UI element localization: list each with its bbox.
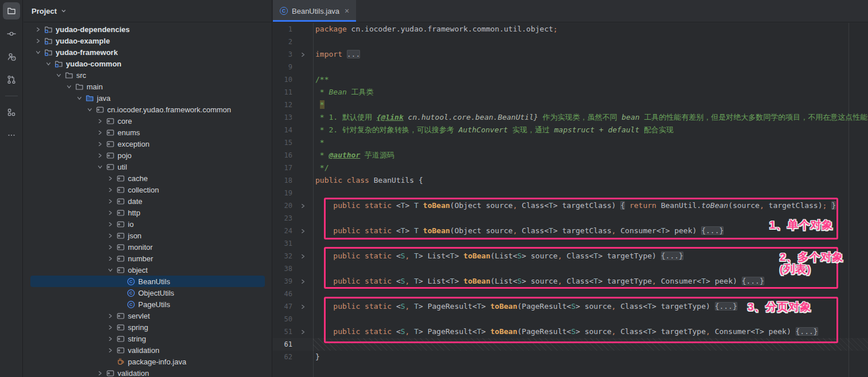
chevron-down-icon[interactable] [61,8,67,14]
tree-chevron-icon[interactable] [43,61,53,66]
tree-item-yudao-example[interactable]: yudao-example [24,35,272,46]
tree-item-yudao-framework[interactable]: yudao-framework [24,46,272,58]
code-line-51[interactable]: 51 public static <S, T> PageResult<T> to… [273,325,868,338]
tree-chevron-icon[interactable] [105,176,115,181]
fold-toggle-icon[interactable] [292,225,313,237]
fold-toggle-icon[interactable] [292,250,313,262]
tree-chevron-icon[interactable] [95,164,105,170]
tree-chevron-icon[interactable] [95,130,105,135]
code-with-me-icon[interactable]: ? [3,48,20,65]
tree-chevron-icon[interactable] [105,233,115,238]
structure-tool-icon[interactable] [3,104,20,121]
tree-chevron-icon[interactable] [105,256,115,261]
tab-close-icon[interactable]: × [343,7,349,15]
tree-item-http[interactable]: http [24,207,272,218]
code-line-50[interactable]: 50 [273,313,868,325]
code-line-3[interactable]: 3import ... [273,48,868,61]
tree-chevron-icon[interactable] [105,268,115,273]
tree-item-date[interactable]: date [24,195,272,207]
fold-toggle-icon[interactable] [292,48,313,61]
tree-chevron-icon[interactable] [95,119,105,124]
tree-item-exception[interactable]: exception [24,138,272,150]
tree-item-pageutils[interactable]: CPageUtils [24,299,272,310]
tree-item-cache[interactable]: cache [24,172,272,184]
tree-item-objectutils[interactable]: CObjectUtils [24,287,272,299]
code-line-31[interactable]: 31 [273,237,868,250]
commit-tool-icon[interactable] [3,25,20,42]
tree-chevron-icon[interactable] [53,73,64,78]
tree-item-main[interactable]: main [24,81,272,92]
tree-chevron-icon[interactable] [64,84,74,89]
tree-chevron-icon[interactable] [95,371,105,376]
tree-chevron-icon[interactable] [105,199,115,204]
tree-item-package-info-java[interactable]: package-info.java [24,356,272,367]
tree-item-src[interactable]: src [24,69,272,81]
tree-item-java[interactable]: java [24,92,272,104]
tree-item-number[interactable]: number [24,253,272,264]
tree-item-collection[interactable]: collection [24,184,272,195]
tree-chevron-icon[interactable] [105,210,115,215]
tree-chevron-icon[interactable] [105,336,115,341]
tree-item-monitor[interactable]: monitor [24,241,272,253]
fold-toggle-icon[interactable] [292,199,313,212]
tree-item-pojo[interactable]: pojo [24,150,272,161]
tree-chevron-icon[interactable] [33,27,43,32]
tree-chevron-icon[interactable] [95,153,105,158]
pull-requests-icon[interactable] [3,71,20,88]
code-line-61[interactable]: 61 [273,338,868,351]
code-line-14[interactable]: 14 * 2. 针对复杂的对象转换，可以搜参考 AuthConvert 实现，通… [273,124,868,136]
code-line-62[interactable]: 62} [273,351,868,363]
tree-item-validation[interactable]: validation [24,367,272,377]
tree-chevron-icon[interactable] [105,313,115,319]
code-line-9[interactable]: 9 [273,61,868,73]
code-line-32[interactable]: 32 public static <S, T> List<T> toBean(L… [273,250,868,262]
tree-chevron-icon[interactable] [33,50,43,55]
tree-item-string[interactable]: string [24,333,272,344]
tree-item-beanutils[interactable]: CBeanUtils [24,276,272,287]
tree-item-cn-iocoder-yudao-framework-common[interactable]: cn.iocoder.yudao.framework.common [24,104,272,115]
code-line-19[interactable]: 19 [273,187,868,199]
code-line-11[interactable]: 11 * Bean 工具类 [273,86,868,99]
tree-item-json[interactable]: json [24,230,272,241]
more-tools-icon[interactable] [3,127,20,144]
tree-item-object[interactable]: object [24,264,272,276]
code-line-16[interactable]: 16 * @author 芋道源码 [273,149,868,162]
tree-chevron-icon[interactable] [74,96,84,101]
tab-beanutils-java[interactable]: C BeanUtils.java × [273,0,356,22]
tree-chevron-icon[interactable] [105,245,115,250]
code-line-17[interactable]: 17 */ [273,162,868,174]
fold-toggle-icon[interactable] [292,275,313,288]
tree-chevron-icon[interactable] [84,107,95,112]
tree-chevron-icon[interactable] [105,187,115,193]
code-line-12[interactable]: 12 * [273,99,868,111]
tree-item-core[interactable]: core [24,115,272,127]
code-line-38[interactable]: 38 [273,262,868,275]
code-line-2[interactable]: 2 [273,36,868,48]
tree-item-util[interactable]: util [24,161,272,172]
tree-chevron-icon[interactable] [95,142,105,147]
tree-item-spring[interactable]: spring [24,321,272,333]
tree-item-yudao-dependencies[interactable]: yudao-dependencies [24,23,272,35]
tree-item-enums[interactable]: enums [24,127,272,138]
tree-chevron-icon[interactable] [33,38,43,44]
tree-item-io[interactable]: io [24,218,272,230]
code-line-20[interactable]: 20 public static <T> T toBean(Object sou… [273,199,868,212]
tree-item-validation[interactable]: validation [24,344,272,356]
code-line-18[interactable]: 18public class BeanUtils { [273,174,868,187]
fold-spacer [292,23,313,36]
tree-chevron-icon[interactable] [105,325,115,330]
fold-toggle-icon[interactable] [292,325,313,338]
code-line-39[interactable]: 39 public static <S, T> List<T> toBean(L… [273,275,868,288]
tree-item-label: util [115,163,127,171]
code-line-13[interactable]: 13 * 1. 默认使用 {@link cn.hutool.core.bean.… [273,111,868,124]
code-line-46[interactable]: 46 [273,288,868,300]
code-line-15[interactable]: 15 * [273,136,868,149]
code-line-10[interactable]: 10/** [273,73,868,86]
tree-chevron-icon[interactable] [105,222,115,227]
tree-item-servlet[interactable]: servlet [24,310,272,321]
project-tool-icon[interactable] [3,2,20,19]
fold-toggle-icon[interactable] [292,300,313,313]
tree-item-yudao-common[interactable]: yudao-common [24,58,272,69]
code-line-1[interactable]: 1package cn.iocoder.yudao.framework.comm… [273,23,868,36]
tree-chevron-icon[interactable] [105,348,115,353]
